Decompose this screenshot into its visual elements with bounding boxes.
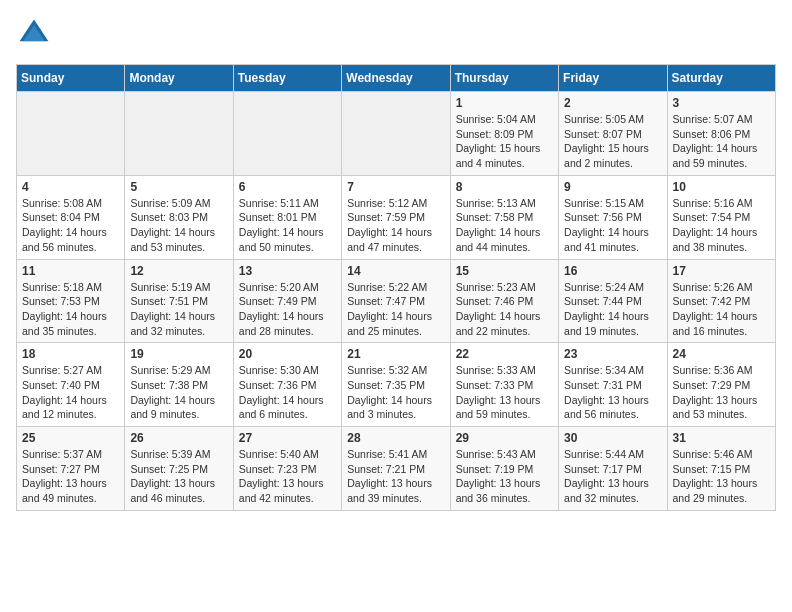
calendar-cell: 26Sunrise: 5:39 AM Sunset: 7:25 PM Dayli…	[125, 427, 233, 511]
calendar-cell: 20Sunrise: 5:30 AM Sunset: 7:36 PM Dayli…	[233, 343, 341, 427]
calendar-cell: 25Sunrise: 5:37 AM Sunset: 7:27 PM Dayli…	[17, 427, 125, 511]
calendar-cell: 22Sunrise: 5:33 AM Sunset: 7:33 PM Dayli…	[450, 343, 558, 427]
day-number: 30	[564, 431, 661, 445]
calendar-cell: 31Sunrise: 5:46 AM Sunset: 7:15 PM Dayli…	[667, 427, 775, 511]
calendar-cell: 14Sunrise: 5:22 AM Sunset: 7:47 PM Dayli…	[342, 259, 450, 343]
calendar-cell: 4Sunrise: 5:08 AM Sunset: 8:04 PM Daylig…	[17, 175, 125, 259]
day-info: Sunrise: 5:11 AM Sunset: 8:01 PM Dayligh…	[239, 196, 336, 255]
day-info: Sunrise: 5:46 AM Sunset: 7:15 PM Dayligh…	[673, 447, 770, 506]
day-info: Sunrise: 5:39 AM Sunset: 7:25 PM Dayligh…	[130, 447, 227, 506]
calendar-cell: 11Sunrise: 5:18 AM Sunset: 7:53 PM Dayli…	[17, 259, 125, 343]
day-info: Sunrise: 5:08 AM Sunset: 8:04 PM Dayligh…	[22, 196, 119, 255]
day-number: 19	[130, 347, 227, 361]
day-info: Sunrise: 5:22 AM Sunset: 7:47 PM Dayligh…	[347, 280, 444, 339]
day-info: Sunrise: 5:19 AM Sunset: 7:51 PM Dayligh…	[130, 280, 227, 339]
day-info: Sunrise: 5:33 AM Sunset: 7:33 PM Dayligh…	[456, 363, 553, 422]
calendar-cell	[342, 92, 450, 176]
day-number: 28	[347, 431, 444, 445]
day-info: Sunrise: 5:30 AM Sunset: 7:36 PM Dayligh…	[239, 363, 336, 422]
calendar-header: SundayMondayTuesdayWednesdayThursdayFrid…	[17, 65, 776, 92]
calendar-week-row: 1Sunrise: 5:04 AM Sunset: 8:09 PM Daylig…	[17, 92, 776, 176]
day-info: Sunrise: 5:32 AM Sunset: 7:35 PM Dayligh…	[347, 363, 444, 422]
calendar-cell: 1Sunrise: 5:04 AM Sunset: 8:09 PM Daylig…	[450, 92, 558, 176]
day-info: Sunrise: 5:40 AM Sunset: 7:23 PM Dayligh…	[239, 447, 336, 506]
calendar-body: 1Sunrise: 5:04 AM Sunset: 8:09 PM Daylig…	[17, 92, 776, 511]
calendar-cell: 24Sunrise: 5:36 AM Sunset: 7:29 PM Dayli…	[667, 343, 775, 427]
day-number: 20	[239, 347, 336, 361]
header	[16, 16, 776, 52]
calendar-cell: 7Sunrise: 5:12 AM Sunset: 7:59 PM Daylig…	[342, 175, 450, 259]
calendar-cell	[17, 92, 125, 176]
day-of-week-header: Saturday	[667, 65, 775, 92]
day-info: Sunrise: 5:36 AM Sunset: 7:29 PM Dayligh…	[673, 363, 770, 422]
calendar-cell: 12Sunrise: 5:19 AM Sunset: 7:51 PM Dayli…	[125, 259, 233, 343]
day-info: Sunrise: 5:04 AM Sunset: 8:09 PM Dayligh…	[456, 112, 553, 171]
calendar-cell: 2Sunrise: 5:05 AM Sunset: 8:07 PM Daylig…	[559, 92, 667, 176]
day-number: 16	[564, 264, 661, 278]
logo-icon	[16, 16, 52, 52]
calendar-cell: 23Sunrise: 5:34 AM Sunset: 7:31 PM Dayli…	[559, 343, 667, 427]
calendar-cell: 17Sunrise: 5:26 AM Sunset: 7:42 PM Dayli…	[667, 259, 775, 343]
day-of-week-header: Sunday	[17, 65, 125, 92]
day-number: 24	[673, 347, 770, 361]
calendar-week-row: 18Sunrise: 5:27 AM Sunset: 7:40 PM Dayli…	[17, 343, 776, 427]
day-number: 13	[239, 264, 336, 278]
calendar-cell: 6Sunrise: 5:11 AM Sunset: 8:01 PM Daylig…	[233, 175, 341, 259]
day-info: Sunrise: 5:37 AM Sunset: 7:27 PM Dayligh…	[22, 447, 119, 506]
calendar-week-row: 11Sunrise: 5:18 AM Sunset: 7:53 PM Dayli…	[17, 259, 776, 343]
calendar-table: SundayMondayTuesdayWednesdayThursdayFrid…	[16, 64, 776, 511]
day-number: 1	[456, 96, 553, 110]
day-number: 12	[130, 264, 227, 278]
calendar-cell: 28Sunrise: 5:41 AM Sunset: 7:21 PM Dayli…	[342, 427, 450, 511]
day-info: Sunrise: 5:15 AM Sunset: 7:56 PM Dayligh…	[564, 196, 661, 255]
day-number: 9	[564, 180, 661, 194]
day-info: Sunrise: 5:09 AM Sunset: 8:03 PM Dayligh…	[130, 196, 227, 255]
calendar-cell	[125, 92, 233, 176]
day-of-week-header: Wednesday	[342, 65, 450, 92]
day-number: 6	[239, 180, 336, 194]
day-number: 29	[456, 431, 553, 445]
day-number: 5	[130, 180, 227, 194]
day-info: Sunrise: 5:27 AM Sunset: 7:40 PM Dayligh…	[22, 363, 119, 422]
day-info: Sunrise: 5:29 AM Sunset: 7:38 PM Dayligh…	[130, 363, 227, 422]
logo	[16, 16, 56, 52]
day-number: 11	[22, 264, 119, 278]
header-row: SundayMondayTuesdayWednesdayThursdayFrid…	[17, 65, 776, 92]
calendar-cell: 8Sunrise: 5:13 AM Sunset: 7:58 PM Daylig…	[450, 175, 558, 259]
day-number: 26	[130, 431, 227, 445]
day-number: 14	[347, 264, 444, 278]
day-info: Sunrise: 5:07 AM Sunset: 8:06 PM Dayligh…	[673, 112, 770, 171]
day-info: Sunrise: 5:05 AM Sunset: 8:07 PM Dayligh…	[564, 112, 661, 171]
day-of-week-header: Friday	[559, 65, 667, 92]
calendar-cell: 29Sunrise: 5:43 AM Sunset: 7:19 PM Dayli…	[450, 427, 558, 511]
day-info: Sunrise: 5:12 AM Sunset: 7:59 PM Dayligh…	[347, 196, 444, 255]
day-info: Sunrise: 5:16 AM Sunset: 7:54 PM Dayligh…	[673, 196, 770, 255]
day-number: 2	[564, 96, 661, 110]
calendar-cell: 27Sunrise: 5:40 AM Sunset: 7:23 PM Dayli…	[233, 427, 341, 511]
calendar-cell: 19Sunrise: 5:29 AM Sunset: 7:38 PM Dayli…	[125, 343, 233, 427]
day-info: Sunrise: 5:43 AM Sunset: 7:19 PM Dayligh…	[456, 447, 553, 506]
calendar-cell: 18Sunrise: 5:27 AM Sunset: 7:40 PM Dayli…	[17, 343, 125, 427]
day-info: Sunrise: 5:18 AM Sunset: 7:53 PM Dayligh…	[22, 280, 119, 339]
day-number: 21	[347, 347, 444, 361]
day-of-week-header: Thursday	[450, 65, 558, 92]
day-number: 7	[347, 180, 444, 194]
day-info: Sunrise: 5:13 AM Sunset: 7:58 PM Dayligh…	[456, 196, 553, 255]
day-info: Sunrise: 5:44 AM Sunset: 7:17 PM Dayligh…	[564, 447, 661, 506]
day-of-week-header: Tuesday	[233, 65, 341, 92]
day-number: 10	[673, 180, 770, 194]
calendar-cell: 9Sunrise: 5:15 AM Sunset: 7:56 PM Daylig…	[559, 175, 667, 259]
calendar-week-row: 25Sunrise: 5:37 AM Sunset: 7:27 PM Dayli…	[17, 427, 776, 511]
calendar-cell: 16Sunrise: 5:24 AM Sunset: 7:44 PM Dayli…	[559, 259, 667, 343]
calendar-week-row: 4Sunrise: 5:08 AM Sunset: 8:04 PM Daylig…	[17, 175, 776, 259]
day-number: 22	[456, 347, 553, 361]
calendar-cell	[233, 92, 341, 176]
day-number: 4	[22, 180, 119, 194]
day-info: Sunrise: 5:23 AM Sunset: 7:46 PM Dayligh…	[456, 280, 553, 339]
day-info: Sunrise: 5:26 AM Sunset: 7:42 PM Dayligh…	[673, 280, 770, 339]
calendar-cell: 30Sunrise: 5:44 AM Sunset: 7:17 PM Dayli…	[559, 427, 667, 511]
calendar-cell: 21Sunrise: 5:32 AM Sunset: 7:35 PM Dayli…	[342, 343, 450, 427]
day-info: Sunrise: 5:41 AM Sunset: 7:21 PM Dayligh…	[347, 447, 444, 506]
day-number: 3	[673, 96, 770, 110]
day-info: Sunrise: 5:34 AM Sunset: 7:31 PM Dayligh…	[564, 363, 661, 422]
